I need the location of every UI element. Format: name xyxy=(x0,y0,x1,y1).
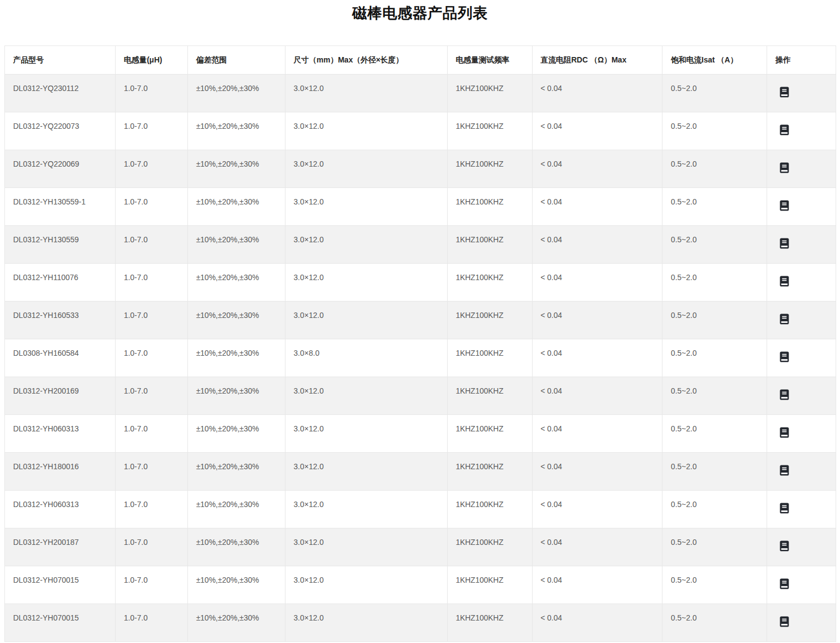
cell-rdc_max: < 0.04 xyxy=(532,566,662,604)
cell-size: 3.0×12.0 xyxy=(285,301,447,339)
cell-test_freq: 1KHZ100KHZ xyxy=(447,150,532,188)
cell-rdc_max: < 0.04 xyxy=(532,339,662,377)
notebook-icon xyxy=(780,389,789,400)
cell-model: DL0312-YQ230112 xyxy=(5,75,116,112)
cell-inductance: 1.0-7.0 xyxy=(115,75,187,112)
cell-inductance: 1.0-7.0 xyxy=(115,264,187,301)
cell-tolerance: ±10%,±20%,±30% xyxy=(187,301,285,339)
cell-tolerance: ±10%,±20%,±30% xyxy=(187,377,285,415)
cell-tolerance: ±10%,±20%,±30% xyxy=(187,491,285,528)
table-row: DL0312-YQ2200731.0-7.0±10%,±20%,±30%3.0×… xyxy=(5,112,836,150)
datasheet-button[interactable] xyxy=(780,389,789,400)
column-header-model: 产品型号 xyxy=(5,46,116,75)
datasheet-button[interactable] xyxy=(780,238,789,249)
cell-test_freq: 1KHZ100KHZ xyxy=(447,528,532,566)
cell-size: 3.0×12.0 xyxy=(285,188,447,226)
cell-tolerance: ±10%,±20%,±30% xyxy=(187,604,285,642)
cell-isat: 0.5~2.0 xyxy=(662,75,767,112)
cell-model: DL0312-YH160533 xyxy=(5,301,116,339)
notebook-icon xyxy=(780,238,789,249)
cell-tolerance: ±10%,±20%,±30% xyxy=(187,415,285,453)
cell-inductance: 1.0-7.0 xyxy=(115,415,187,453)
product-table: 产品型号电感量(μH)偏差范围尺寸（mm）Max（外径×长度）电感量测试频率直流… xyxy=(4,45,836,642)
table-row: DL0312-YH0603131.0-7.0±10%,±20%,±30%3.0×… xyxy=(5,415,836,453)
cell-test_freq: 1KHZ100KHZ xyxy=(447,226,532,264)
cell-rdc_max: < 0.04 xyxy=(532,453,662,491)
cell-inductance: 1.0-7.0 xyxy=(115,377,187,415)
cell-test_freq: 1KHZ100KHZ xyxy=(447,339,532,377)
cell-size: 3.0×12.0 xyxy=(285,264,447,301)
cell-action xyxy=(767,453,836,491)
cell-model: DL0312-YH110076 xyxy=(5,264,116,301)
datasheet-button[interactable] xyxy=(780,465,789,476)
cell-isat: 0.5~2.0 xyxy=(662,453,767,491)
cell-inductance: 1.0-7.0 xyxy=(115,226,187,264)
datasheet-button[interactable] xyxy=(780,162,789,173)
table-row: DL0312-YH0700151.0-7.0±10%,±20%,±30%3.0×… xyxy=(5,566,836,604)
cell-test_freq: 1KHZ100KHZ xyxy=(447,112,532,150)
datasheet-button[interactable] xyxy=(780,540,789,551)
cell-test_freq: 1KHZ100KHZ xyxy=(447,264,532,301)
cell-tolerance: ±10%,±20%,±30% xyxy=(187,453,285,491)
cell-action xyxy=(767,604,836,642)
cell-size: 3.0×12.0 xyxy=(285,112,447,150)
datasheet-button[interactable] xyxy=(780,503,789,514)
cell-action xyxy=(767,264,836,301)
notebook-icon xyxy=(780,465,789,476)
datasheet-button[interactable] xyxy=(780,200,789,211)
cell-test_freq: 1KHZ100KHZ xyxy=(447,75,532,112)
cell-test_freq: 1KHZ100KHZ xyxy=(447,377,532,415)
notebook-icon xyxy=(780,540,789,551)
cell-action xyxy=(767,415,836,453)
cell-model: DL0312-YH070015 xyxy=(5,604,116,642)
datasheet-button[interactable] xyxy=(780,314,789,325)
cell-tolerance: ±10%,±20%,±30% xyxy=(187,226,285,264)
cell-inductance: 1.0-7.0 xyxy=(115,491,187,528)
cell-test_freq: 1KHZ100KHZ xyxy=(447,491,532,528)
cell-tolerance: ±10%,±20%,±30% xyxy=(187,566,285,604)
table-row: DL0312-YH1605331.0-7.0±10%,±20%,±30%3.0×… xyxy=(5,301,836,339)
datasheet-button[interactable] xyxy=(780,427,789,438)
cell-inductance: 1.0-7.0 xyxy=(115,453,187,491)
cell-isat: 0.5~2.0 xyxy=(662,150,767,188)
table-header-row: 产品型号电感量(μH)偏差范围尺寸（mm）Max（外径×长度）电感量测试频率直流… xyxy=(5,46,836,75)
column-header-action: 操作 xyxy=(767,46,836,75)
datasheet-button[interactable] xyxy=(780,578,789,589)
cell-isat: 0.5~2.0 xyxy=(662,491,767,528)
column-header-rdc_max: 直流电阻RDC （Ω）Max xyxy=(532,46,662,75)
cell-size: 3.0×12.0 xyxy=(285,604,447,642)
notebook-icon xyxy=(780,200,789,211)
datasheet-button[interactable] xyxy=(780,616,789,627)
table-row: DL0312-YQ2301121.0-7.0±10%,±20%,±30%3.0×… xyxy=(5,75,836,112)
cell-isat: 0.5~2.0 xyxy=(662,301,767,339)
cell-model: DL0312-YH060313 xyxy=(5,415,116,453)
notebook-icon xyxy=(780,162,789,173)
cell-test_freq: 1KHZ100KHZ xyxy=(447,566,532,604)
table-row: DL0312-YH130559-11.0-7.0±10%,±20%,±30%3.… xyxy=(5,188,836,226)
datasheet-button[interactable] xyxy=(780,87,789,98)
cell-action xyxy=(767,188,836,226)
datasheet-button[interactable] xyxy=(780,276,789,287)
cell-tolerance: ±10%,±20%,±30% xyxy=(187,264,285,301)
datasheet-button[interactable] xyxy=(780,124,789,135)
datasheet-button[interactable] xyxy=(780,351,789,362)
cell-inductance: 1.0-7.0 xyxy=(115,188,187,226)
notebook-icon xyxy=(780,276,789,287)
cell-tolerance: ±10%,±20%,±30% xyxy=(187,528,285,566)
column-header-test_freq: 电感量测试频率 xyxy=(447,46,532,75)
cell-isat: 0.5~2.0 xyxy=(662,604,767,642)
cell-size: 3.0×12.0 xyxy=(285,150,447,188)
cell-rdc_max: < 0.04 xyxy=(532,377,662,415)
cell-tolerance: ±10%,±20%,±30% xyxy=(187,339,285,377)
cell-tolerance: ±10%,±20%,±30% xyxy=(187,75,285,112)
cell-rdc_max: < 0.04 xyxy=(532,415,662,453)
notebook-icon xyxy=(780,427,789,438)
cell-action xyxy=(767,112,836,150)
cell-size: 3.0×8.0 xyxy=(285,339,447,377)
cell-action xyxy=(767,301,836,339)
cell-rdc_max: < 0.04 xyxy=(532,604,662,642)
cell-rdc_max: < 0.04 xyxy=(532,188,662,226)
cell-model: DL0312-YH060313 xyxy=(5,491,116,528)
notebook-icon xyxy=(780,503,789,514)
cell-action xyxy=(767,566,836,604)
